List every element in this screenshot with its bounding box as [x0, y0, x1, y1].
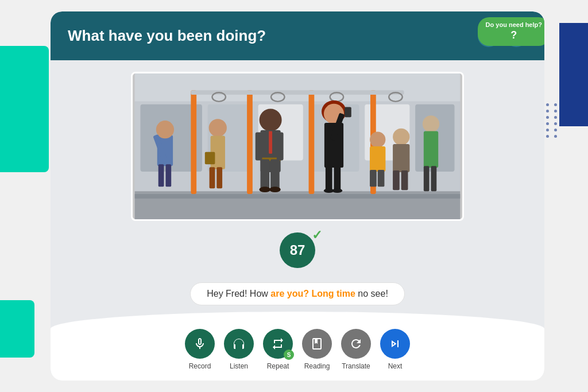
- svg-rect-33: [261, 159, 270, 190]
- translate-icon: [349, 337, 363, 351]
- content-area: 87 ✓ Hey Fred! How are you? Long time no…: [51, 60, 544, 314]
- record-button[interactable]: [185, 329, 215, 359]
- headphones-icon: [232, 337, 246, 351]
- checkmark-icon: ✓: [312, 228, 322, 243]
- svg-rect-43: [334, 166, 341, 191]
- sentence-display: Hey Fred! How are you? Long time no see!: [190, 282, 405, 305]
- sentence-suffix: no see!: [355, 289, 388, 298]
- controls-bar: Record Listen S Repeat: [51, 329, 544, 370]
- listen-control[interactable]: Listen: [224, 329, 254, 370]
- svg-rect-50: [370, 170, 377, 187]
- svg-point-35: [260, 187, 271, 192]
- score-circle: 87 ✓: [280, 232, 315, 268]
- svg-rect-55: [401, 170, 408, 190]
- repeat-label: Repeat: [267, 362, 289, 370]
- svg-point-29: [260, 109, 282, 131]
- svg-rect-58: [424, 166, 430, 191]
- svg-rect-21: [158, 164, 164, 187]
- next-label: Next: [388, 362, 403, 370]
- svg-rect-27: [216, 167, 222, 188]
- main-card: What have you been doing? Do you need he…: [51, 11, 544, 381]
- record-label: Record: [189, 362, 211, 370]
- svg-rect-59: [431, 166, 437, 191]
- sentence-prefix: Hey Fred! How: [207, 289, 270, 298]
- svg-rect-31: [269, 131, 272, 154]
- help-badge[interactable]: Do you need help? ?: [478, 17, 544, 46]
- record-control[interactable]: Record: [185, 329, 215, 370]
- repeat-icon: [271, 337, 285, 351]
- listen-label: Listen: [230, 362, 248, 370]
- svg-rect-42: [326, 166, 332, 191]
- svg-rect-57: [424, 131, 438, 168]
- svg-rect-1: [135, 73, 461, 102]
- next-button[interactable]: [380, 329, 410, 359]
- svg-point-24: [209, 119, 227, 137]
- sentence-highlight: are you? Long time: [270, 289, 355, 298]
- score-area: 87 ✓: [280, 232, 315, 268]
- svg-rect-13: [191, 90, 196, 194]
- svg-point-48: [370, 132, 385, 148]
- svg-rect-51: [378, 170, 385, 187]
- repeat-s-badge: S: [284, 350, 294, 360]
- svg-rect-49: [370, 146, 385, 172]
- svg-rect-37: [256, 133, 262, 161]
- reading-button[interactable]: [302, 329, 332, 359]
- header: What have you been doing? Do you need he…: [51, 11, 544, 60]
- svg-rect-11: [309, 90, 315, 194]
- svg-rect-34: [270, 159, 280, 190]
- svg-rect-38: [277, 133, 284, 161]
- reading-label: Reading: [304, 362, 330, 370]
- next-icon: [388, 337, 402, 351]
- lesson-image: [131, 72, 464, 221]
- svg-rect-10: [247, 90, 253, 194]
- listen-button[interactable]: [224, 329, 254, 359]
- svg-point-45: [332, 188, 343, 193]
- svg-point-20: [156, 121, 174, 138]
- svg-rect-47: [345, 107, 351, 118]
- svg-rect-60: [135, 194, 461, 199]
- svg-point-36: [269, 187, 281, 192]
- svg-point-56: [423, 115, 439, 132]
- bg-cyan-left: [0, 46, 49, 172]
- svg-point-52: [393, 129, 409, 145]
- reading-control[interactable]: Reading: [302, 329, 332, 370]
- bg-cyan-bottom-left: [0, 300, 34, 358]
- repeat-control[interactable]: S Repeat: [263, 329, 293, 370]
- reading-icon: [310, 337, 324, 351]
- svg-rect-26: [210, 167, 215, 188]
- svg-rect-22: [165, 164, 171, 187]
- translate-label: Translate: [342, 362, 370, 370]
- score-value: 87: [290, 242, 305, 258]
- svg-rect-54: [393, 170, 400, 190]
- translate-button[interactable]: [341, 329, 371, 359]
- svg-rect-53: [393, 144, 409, 172]
- page-title: What have you been doing?: [68, 27, 266, 45]
- repeat-button[interactable]: S: [263, 329, 293, 359]
- translate-control[interactable]: Translate: [341, 329, 371, 370]
- bg-blue-right: [559, 23, 588, 126]
- mic-icon: [193, 337, 207, 351]
- svg-rect-28: [205, 152, 215, 164]
- next-control[interactable]: Next: [380, 329, 410, 370]
